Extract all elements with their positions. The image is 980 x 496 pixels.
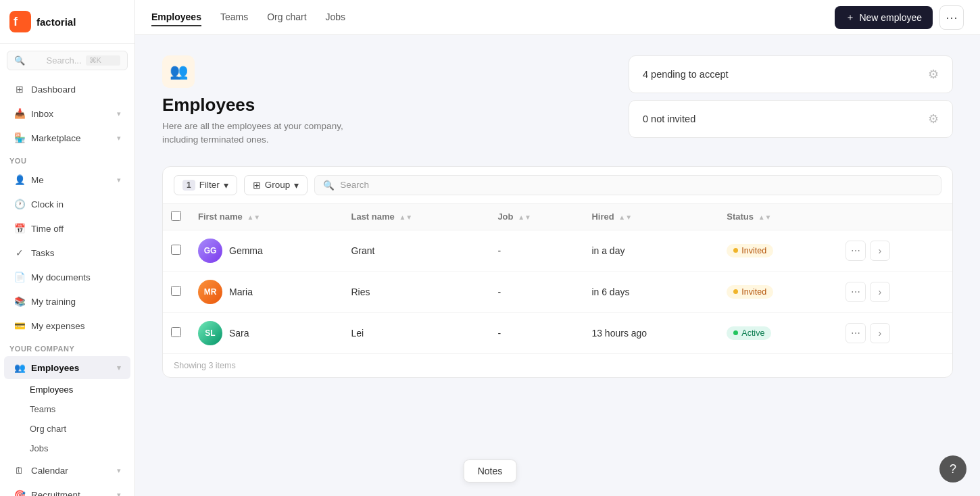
sidebar-item-clock-in[interactable]: 🕐 Clock in <box>4 193 130 216</box>
status-label: Active <box>741 328 764 338</box>
chevron-down-icon: ▾ <box>224 180 228 191</box>
table-search[interactable]: 🔍 Search <box>314 175 941 195</box>
sidebar-search[interactable]: 🔍 Search... ⌘K <box>7 51 128 70</box>
gear-icon-not-invited[interactable]: ⚙ <box>928 111 939 126</box>
th-hired[interactable]: Hired ▲▼ <box>583 204 718 230</box>
group-button[interactable]: ⊞ Group ▾ <box>244 175 308 195</box>
row-checkbox[interactable] <box>171 286 181 296</box>
doc-icon: 📄 <box>14 271 26 283</box>
sidebar-item-inbox[interactable]: 📥 Inbox ▾ <box>4 102 130 125</box>
status-dot <box>733 330 738 335</box>
chevron-down-icon: ▾ <box>117 364 121 372</box>
status-badge: Invited <box>727 285 773 299</box>
sidebar-item-calendar[interactable]: 🗓 Calendar ▾ <box>4 459 130 482</box>
chevron-down-icon: ▾ <box>294 180 299 191</box>
th-status[interactable]: Status ▲▼ <box>718 204 837 230</box>
new-employee-button[interactable]: ＋ New employee <box>835 6 933 29</box>
cell-last-name: Lei <box>343 312 489 353</box>
sidebar-item-my-documents[interactable]: 📄 My documents <box>4 266 130 289</box>
sidebar-item-label: Me <box>31 175 44 185</box>
table-row: SL Sara Lei - 13 hours ago Active ⋯ › <box>163 312 952 353</box>
sidebar-item-me[interactable]: 👤 Me ▾ <box>4 168 130 191</box>
cell-first-name: SL Sara <box>190 312 343 353</box>
table-footer: Showing 3 items <box>163 353 952 377</box>
sidebar-item-my-expenses[interactable]: 💳 My expenses <box>4 314 130 337</box>
cell-last-name: Ries <box>343 271 489 312</box>
row-actions: ⋯ › <box>846 241 944 261</box>
sidebar-item-employees[interactable]: 👥 Employees ▾ <box>4 356 130 379</box>
row-navigate-button[interactable]: › <box>870 323 890 343</box>
grid-icon: ⊞ <box>14 83 26 95</box>
tab-org-chart[interactable]: Org chart <box>267 9 306 26</box>
row-actions: ⋯ › <box>846 323 944 343</box>
sidebar-item-label: My training <box>31 297 76 307</box>
subtitle-line1: Here are all the employees at your compa… <box>162 121 343 131</box>
select-all-header[interactable] <box>163 204 190 230</box>
sidebar-sub-item-label: Teams <box>30 404 55 414</box>
status-dot <box>733 289 738 294</box>
filter-button[interactable]: 1 Filter ▾ <box>174 175 237 195</box>
first-name-value: Gemma <box>229 245 263 256</box>
row-checkbox-cell[interactable] <box>163 312 190 353</box>
tab-teams[interactable]: Teams <box>220 9 248 26</box>
search-icon: 🔍 <box>323 180 335 191</box>
sidebar-item-label: Marketplace <box>31 133 81 143</box>
table-row: MR Maria Ries - in 6 days Invited ⋯ › <box>163 271 952 312</box>
row-navigate-button[interactable]: › <box>870 282 890 302</box>
sidebar-sub-item-employees[interactable]: Employees <box>4 380 130 399</box>
col-hired: Hired <box>591 212 614 222</box>
row-more-button[interactable]: ⋯ <box>846 323 866 343</box>
cell-actions: ⋯ › <box>837 230 952 271</box>
sidebar-item-label: Clock in <box>31 199 64 209</box>
tab-jobs[interactable]: Jobs <box>326 9 346 26</box>
row-navigate-button[interactable]: › <box>870 241 890 261</box>
page-subtitle: Here are all the employees at your compa… <box>162 120 608 147</box>
sidebar-sub-item-label: Employees <box>30 385 73 395</box>
sidebar-sub-item-teams[interactable]: Teams <box>4 400 130 418</box>
new-employee-label: New employee <box>859 12 922 23</box>
cell-job: - <box>489 271 583 312</box>
select-all-checkbox[interactable] <box>171 211 181 221</box>
top-navigation: Employees Teams Org chart Jobs ＋ New emp… <box>135 0 980 35</box>
row-checkbox-cell[interactable] <box>163 230 190 271</box>
row-more-button[interactable]: ⋯ <box>846 282 866 302</box>
svg-rect-0 <box>9 11 31 32</box>
sidebar-item-label: Time off <box>31 224 64 234</box>
th-last-name[interactable]: Last name ▲▼ <box>343 204 489 230</box>
sidebar-item-marketplace[interactable]: 🏪 Marketplace ▾ <box>4 126 130 149</box>
sidebar-item-label: Recruitment <box>31 490 80 497</box>
sidebar-item-tasks[interactable]: ✓ Tasks <box>4 241 130 264</box>
store-icon: 🏪 <box>14 132 26 144</box>
sort-icon-job: ▲▼ <box>518 214 531 221</box>
row-more-button[interactable]: ⋯ <box>846 241 866 261</box>
sidebar-item-recruitment[interactable]: 🎯 Recruitment ▾ <box>4 483 130 496</box>
more-options-button[interactable]: ⋯ <box>939 5 964 30</box>
row-actions: ⋯ › <box>846 282 944 302</box>
sidebar-sub-item-org-chart[interactable]: Org chart <box>4 420 130 438</box>
tab-employees[interactable]: Employees <box>151 9 201 26</box>
sidebar-sub-item-jobs[interactable]: Jobs <box>4 439 130 457</box>
group-icon: ⊞ <box>253 180 261 191</box>
th-first-name[interactable]: First name ▲▼ <box>190 204 343 230</box>
notes-button[interactable]: Notes <box>464 460 517 482</box>
svg-text:f: f <box>14 15 18 28</box>
sidebar-item-dashboard[interactable]: ⊞ Dashboard <box>4 78 130 101</box>
gear-icon-pending[interactable]: ⚙ <box>928 67 939 82</box>
status-label: Invited <box>741 246 766 255</box>
cell-job: - <box>489 312 583 353</box>
sidebar-item-time-off[interactable]: 📅 Time off <box>4 217 130 240</box>
col-last-name: Last name <box>351 212 394 222</box>
sort-icon-last-name: ▲▼ <box>399 214 412 221</box>
th-job[interactable]: Job ▲▼ <box>489 204 583 230</box>
row-checkbox[interactable] <box>171 327 181 337</box>
sort-icon-first-name: ▲▼ <box>247 214 260 221</box>
cell-hired: in a day <box>583 230 718 271</box>
filter-count: 1 <box>182 180 195 191</box>
sidebar-item-my-training[interactable]: 📚 My training <box>4 290 130 313</box>
page-stats: 4 pending to accept ⚙ 0 not invited ⚙ <box>629 55 953 138</box>
help-bubble[interactable]: ? <box>939 455 966 482</box>
cell-last-name: Grant <box>343 230 489 271</box>
table-row: GG Gemma Grant - in a day Invited ⋯ › <box>163 230 952 271</box>
row-checkbox[interactable] <box>171 245 181 255</box>
row-checkbox-cell[interactable] <box>163 271 190 312</box>
